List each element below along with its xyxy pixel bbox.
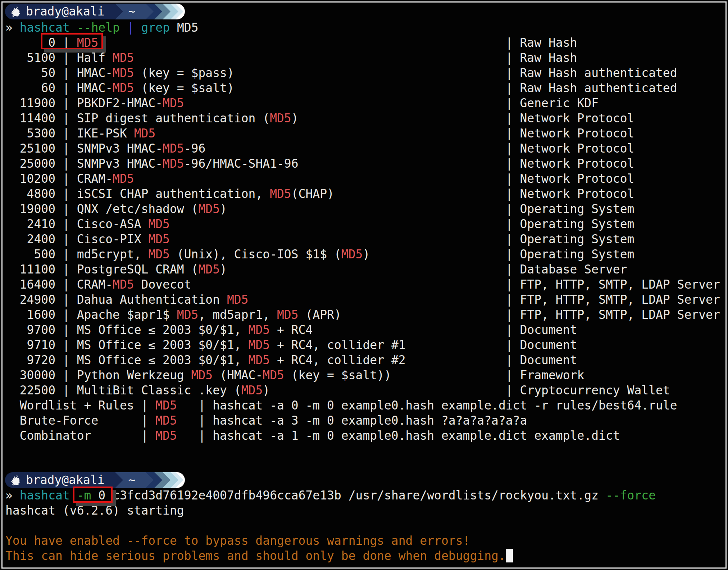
hash-mode-category: Raw Hash authenticated (520, 81, 677, 95)
hash-mode-name: iSCSI CHAP authentication, (77, 187, 270, 201)
grep-match: MD5 (341, 247, 363, 261)
text-segment: This can hide serious problems and shoul… (5, 549, 506, 563)
grep-match: MD5 (163, 141, 184, 155)
hash-mode-id: 60 | (5, 81, 77, 95)
hash-mode-name: Dahua Authentication (77, 293, 227, 307)
text-segment (134, 21, 141, 35)
hash-mode-category: Cryptocurrency Wallet (520, 383, 670, 397)
hash-mode-category: Network Protocol (520, 141, 634, 155)
hash-mode-id: 22500 | (5, 383, 77, 397)
grep-match: MD5 (163, 157, 184, 171)
hash-mode-row: 60 | HMAC-MD5 (key = $salt) | Raw Hash a… (5, 81, 720, 96)
hash-mode-id: 9720 | (5, 353, 77, 367)
text-segment: | (127, 21, 134, 35)
hash-mode-row: 19000 | QNX /etc/shadow (MD5) | Operatin… (5, 202, 720, 217)
hash-mode-name: Apache $apr1$ (77, 308, 177, 322)
command-line: » hashcat --help | grep MD5 (5, 20, 720, 35)
hash-mode-row: 4800 | iSCSI CHAP authentication, MD5(CH… (5, 186, 720, 202)
text-segment: | hashcat -a 3 -m 0 example0.hash ?a?a?a… (177, 413, 527, 428)
hash-mode-category: Operating System (520, 247, 634, 261)
grep-match: MD5 (270, 111, 291, 125)
grep-match: MD5 (249, 323, 270, 337)
hash-mode-row: 25100 | SNMPv3 HMAC-MD5-96 | Network Pro… (5, 141, 720, 156)
grep-match: MD5 (227, 293, 249, 307)
hash-mode-name: PBKDF2-HMAC- (77, 96, 163, 110)
hash-mode-id: 25100 | (5, 141, 77, 155)
hash-mode-category: Operating System (520, 232, 634, 246)
hash-mode-name: (key = $pass) (134, 66, 234, 80)
grep-match: MD5 (241, 383, 263, 397)
column-separator: | (299, 111, 520, 125)
hash-mode-row: 1600 | Apache $apr1$ MD5, md5apr1, MD5 (… (5, 307, 720, 322)
hash-mode-id: 24900 | (5, 293, 77, 307)
hash-mode-row: 0 | MD5 | Raw Hash (5, 35, 720, 50)
output-line: hashcat (v6.2.6) starting (5, 503, 656, 518)
warning-line: You have enabled --force to bypass dange… (5, 533, 513, 548)
column-separator: | (134, 172, 520, 186)
grep-match: MD5 (263, 368, 284, 382)
hash-mode-name: QNX /etc/shadow ( (77, 202, 199, 216)
hash-mode-name: Cisco-ASA (77, 217, 149, 231)
prompt-cwd: ~ (128, 4, 136, 19)
prompt-pill: brady@akali ~ (5, 472, 192, 488)
hash-mode-name: ) (220, 202, 227, 216)
hash-mode-name: ) (363, 247, 370, 261)
column-separator: | (370, 247, 520, 261)
text-segment (70, 21, 77, 35)
annotation-box-mode-flag (73, 487, 113, 503)
column-separator: | (227, 202, 520, 216)
column-separator: | (134, 51, 520, 65)
hash-mode-name: HMAC- (77, 81, 113, 95)
hash-mode-category: Network Protocol (520, 157, 634, 171)
hash-mode-name: (CHAP) (291, 187, 334, 201)
column-separator: | (170, 232, 520, 246)
hash-mode-name: MS Office ≤ 2003 $0/$1, (77, 323, 249, 337)
hash-mode-category: Document (520, 338, 577, 352)
grep-match: MD5 (113, 51, 134, 65)
hash-mode-row: 9710 | MS Office ≤ 2003 $0/$1, MD5 + RC4… (5, 338, 720, 353)
hash-mode-name: Dovecot (134, 277, 191, 291)
hash-mode-name: md5crypt, (77, 247, 149, 261)
grep-match: MD5 (113, 172, 134, 186)
column-separator: | (191, 277, 520, 291)
column-separator: | (391, 368, 520, 382)
hash-mode-category: Database Server (520, 262, 627, 276)
text-segment: | hashcat -a 0 -m 0 example0.hash exampl… (177, 398, 677, 412)
column-separator: | (227, 262, 520, 276)
hash-mode-row: 9720 | MS Office ≤ 2003 $0/$1, MD5 + RC4… (5, 353, 720, 368)
hash-mode-category: Generic KDF (520, 96, 599, 110)
hash-mode-name: MultiBit Classic .key ( (77, 383, 241, 397)
hash-mode-id: 25000 | (5, 157, 77, 171)
hash-mode-row: 50 | HMAC-MD5 (key = $pass) | Raw Hash a… (5, 65, 720, 81)
hash-mode-id: 5100 | (5, 51, 77, 65)
hash-mode-id: 5300 | (5, 126, 77, 140)
prompt-pill: brady@akali ~ (5, 4, 192, 19)
hash-mode-name: MS Office ≤ 2003 $0/$1, (77, 338, 249, 352)
example-row: Combinator | MD5 | hashcat -a 1 -m 0 exa… (5, 428, 720, 443)
column-separator: | (406, 353, 520, 367)
column-separator: | (98, 36, 520, 50)
grep-match: MD5 (277, 308, 299, 322)
text-segment (120, 21, 127, 35)
grep-match: MD5 (198, 202, 220, 216)
hash-mode-row: 11400 | SIP digest authentication (MD5) … (5, 111, 720, 126)
hash-mode-id: 1600 | (5, 308, 77, 322)
column-separator: | (341, 308, 520, 322)
column-separator: | (334, 187, 520, 201)
terminal-cursor[interactable] (506, 549, 513, 562)
hash-mode-category: Document (520, 323, 577, 337)
kali-dragon-icon (11, 6, 22, 17)
text-segment: Wordlist + Rules | (5, 398, 155, 412)
hash-mode-row: 5100 | Half MD5 | Raw Hash (5, 50, 720, 65)
column-separator: | (184, 96, 520, 110)
hash-mode-category: Operating System (520, 217, 634, 231)
prompt-symbol: » (5, 488, 20, 502)
hash-mode-row: 22500 | MultiBit Classic .key (MD5) | Cr… (5, 383, 720, 398)
grep-match: MD5 (177, 308, 199, 322)
terminal-window[interactable]: brady@akali ~ » hashcat --help | grep MD… (0, 0, 728, 570)
hash-mode-category: Document (520, 353, 577, 367)
hash-mode-id: 10200 | (5, 172, 77, 186)
hash-mode-id: 9700 | (5, 323, 77, 337)
grep-match: MD5 (249, 338, 270, 352)
grep-match: MD5 (113, 81, 134, 95)
